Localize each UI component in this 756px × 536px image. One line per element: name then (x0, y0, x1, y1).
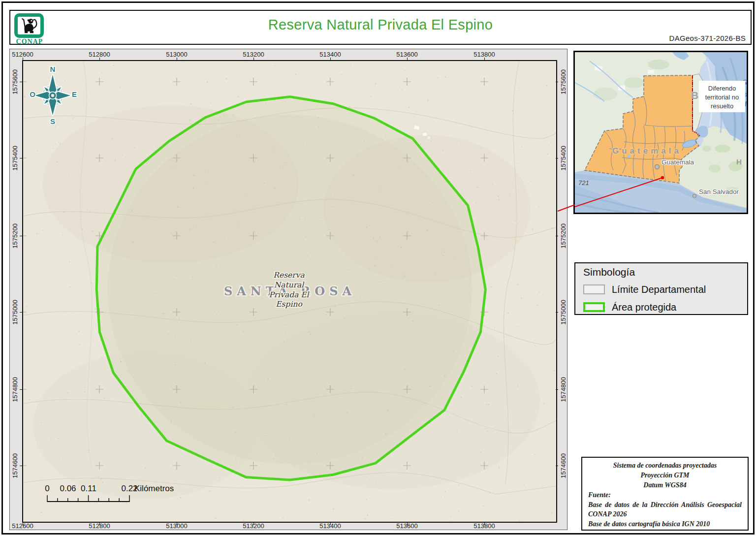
source-line-1: Base de datos de la Dirección Análisis G… (588, 500, 742, 510)
axis-tick (556, 82, 558, 82)
axis-tick (23, 523, 23, 525)
axis-tick (330, 523, 331, 525)
axis-tick (484, 523, 485, 525)
y-coordinate-label: 1575200 (11, 219, 19, 253)
guatemala-city-dot (655, 165, 660, 169)
svg-text:Natural: Natural (274, 281, 305, 289)
axis-tick (556, 466, 558, 466)
scale-bar: 0 0.06 0.11 0.22 Kilómetros (43, 483, 210, 509)
axis-tick (177, 523, 177, 525)
fuente-label: Fuente: (588, 490, 742, 500)
y-coordinate-label: 1575000 (11, 295, 19, 329)
x-coordinate-label: 513400 (315, 51, 345, 58)
map-canvas: SANTA ROSA Reserva Natural Privada El Es… (22, 60, 557, 523)
guatemala-country-label: Guatemala (612, 146, 682, 156)
axis-tick (330, 58, 331, 60)
inset-locator-map: B Gu d Hond Diferendo territorial no res… (573, 51, 748, 214)
y-coordinate-label: 1575400 (11, 141, 19, 175)
projection-line: Proyección GTM (588, 471, 742, 480)
y-coordinate-label: 1574800 (11, 372, 19, 407)
axis-tick (556, 389, 558, 390)
map-document-page: CONAP Reserva Natural Privada El Espino … (0, 0, 756, 536)
x-coordinate-label: 512800 (85, 51, 114, 58)
axis-tick (407, 58, 408, 60)
guatemala-city-label: Guatemala (662, 158, 694, 166)
y-coordinate-label: 1575600 (559, 64, 567, 99)
svg-text:territorial no: territorial no (705, 94, 739, 101)
axis-tick (556, 312, 558, 313)
compass-north-label: N (50, 65, 56, 73)
legend-item-label: Área protegida (612, 302, 676, 313)
guatemala-overview-map: B Gu d Hond Diferendo territorial no res… (575, 52, 747, 213)
compass-rose: N S E O (29, 63, 78, 126)
axis-tick (20, 389, 22, 390)
legend-item-departmental: Límite Departamental (583, 283, 706, 296)
road-721-label: 721 (578, 179, 589, 187)
san-salvador-dot (693, 194, 696, 198)
belize-label: B (691, 90, 698, 101)
source-line-2: CONAP 2026 (588, 509, 742, 519)
legend-item-protected-area: Área protegida (583, 301, 676, 314)
honduras-label: H o (736, 158, 747, 166)
axis-tick (253, 523, 254, 525)
svg-text:resuelto: resuelto (711, 102, 733, 110)
conap-logo-text: CONAP (14, 38, 45, 46)
coordinate-system-line: Sistema de coordenadas proyectadas (588, 461, 742, 471)
map-title: Reserva Natural Privada El Espino (10, 17, 751, 33)
y-coordinate-label: 1574600 (559, 448, 567, 483)
scale-unit-label: Kilómetros (134, 484, 174, 493)
svg-text:Diferendo: Diferendo (708, 85, 736, 92)
svg-text:Privada El: Privada El (269, 290, 310, 299)
legend-item-label: Límite Departamental (612, 284, 706, 295)
x-coordinate-label: 513600 (392, 51, 422, 58)
axis-tick (20, 158, 22, 158)
x-coordinate-label: 513800 (470, 51, 499, 58)
compass-south-label: S (50, 117, 55, 126)
map-metadata-box: Sistema de coordenadas proyectadas Proye… (581, 457, 749, 531)
header-bar: CONAP Reserva Natural Privada El Espino … (9, 10, 752, 45)
axis-tick (177, 58, 177, 60)
axis-tick (20, 82, 22, 82)
y-coordinate-label: 1575600 (11, 64, 19, 99)
x-coordinate-label: 513000 (162, 51, 191, 58)
terrain-map: SANTA ROSA Reserva Natural Privada El Es… (23, 61, 556, 522)
scale-label-006: 0.06 (60, 484, 76, 493)
source-line-3: Base de datos cartografía básica IGN 201… (588, 519, 742, 529)
axis-tick (556, 158, 558, 158)
svg-text:Reserva: Reserva (273, 271, 305, 280)
document-code: DAGeos-371-2026-BS (669, 34, 746, 42)
axis-tick (20, 466, 22, 466)
axis-tick (484, 58, 485, 60)
y-coordinate-label: 1575200 (559, 219, 567, 253)
compass-west-label: O (30, 90, 35, 98)
svg-text:Espino: Espino (276, 300, 303, 309)
protected-area-swatch (583, 302, 605, 312)
y-coordinate-label: 1574800 (559, 372, 567, 407)
axis-tick (556, 236, 558, 236)
note-box: Diferendo territorial no resuelto (699, 81, 745, 112)
scale-label-011: 0.11 (81, 484, 96, 493)
legend-title: Simbología (583, 266, 635, 278)
scale-label-0: 0 (45, 484, 49, 493)
axis-tick (23, 58, 23, 60)
datum-line: Datum WGS84 (588, 480, 742, 490)
map-frame: SANTA ROSA Reserva Natural Privada El Es… (9, 49, 567, 530)
compass-east-label: E (72, 90, 77, 98)
departmental-boundary-swatch (583, 284, 605, 294)
x-coordinate-label: 512600 (8, 51, 37, 58)
axis-tick (20, 236, 22, 236)
axis-tick (407, 523, 408, 525)
axis-tick (20, 312, 22, 313)
x-coordinate-label: 513200 (239, 51, 268, 58)
axis-tick (99, 523, 100, 525)
san-salvador-label: San Salvador (699, 188, 739, 195)
y-coordinate-label: 1575400 (559, 141, 567, 175)
axis-tick (99, 58, 100, 60)
y-coordinate-label: 1575000 (559, 295, 567, 329)
legend-panel: Simbología Límite Departamental Área pro… (574, 262, 748, 315)
axis-tick (253, 58, 254, 60)
y-coordinate-label: 1574600 (11, 448, 19, 483)
